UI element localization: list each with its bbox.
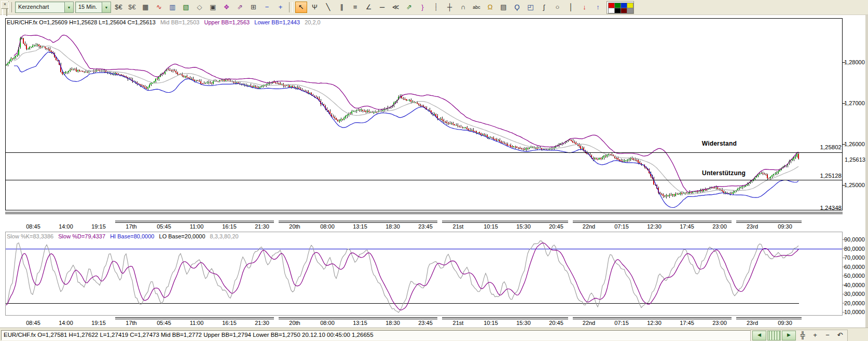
- crosshair-tool[interactable]: ┼: [444, 2, 456, 13]
- time-axis-label: 16:15: [222, 223, 237, 230]
- time-axis-label-2: 14:00: [59, 320, 73, 326]
- time-axis-label-2: 17th: [126, 320, 136, 326]
- vertical-line-tool[interactable]: │: [565, 2, 577, 13]
- time-axis-label-2: 16:15: [222, 320, 237, 326]
- arrow-up-tool[interactable]: ↑: [592, 2, 604, 13]
- palette-swatch-7[interactable]: [627, 8, 633, 13]
- scroll-left-button[interactable]: ◀: [752, 331, 766, 340]
- scroll-thumb[interactable]: [767, 331, 781, 340]
- pan-hand-tool[interactable]: Ψ: [309, 2, 321, 13]
- time-axis-label: 08:00: [320, 223, 335, 230]
- resistance-level-label: 1,25802: [810, 144, 842, 150]
- alert-tool[interactable]: Ω: [484, 2, 496, 13]
- arc-tool[interactable]: ∩: [457, 2, 469, 13]
- price-axis-label: 1,27000: [844, 100, 868, 106]
- lower-bb-readout: Lower BB=1,2443: [254, 19, 300, 25]
- stoch-axis-label: 40,0000: [844, 282, 868, 288]
- stoch-lo-readout: LO Base=20,0000: [159, 233, 205, 239]
- price-axis-label: 1,28000: [844, 59, 868, 65]
- chevron-down-icon[interactable]: ▼: [64, 2, 73, 12]
- stoch-axis-label: 50,0000: [844, 273, 868, 279]
- price-marker-down-icon[interactable]: $€: [113, 2, 125, 13]
- zoom-in-button[interactable]: +: [809, 331, 821, 340]
- grid-properties-icon[interactable]: ▦: [140, 2, 151, 13]
- stoch-params: 8,3,3,80,20: [210, 233, 239, 239]
- eraser-icon[interactable]: ◇: [194, 2, 205, 13]
- time-axis-label: 22nd: [583, 223, 595, 230]
- time-axis-label: 17th: [126, 223, 136, 230]
- chart-type-value: Kerzenchart: [16, 2, 64, 12]
- text-tool[interactable]: abc: [471, 2, 483, 13]
- stoch-axis-label: 60,0000: [844, 264, 868, 270]
- monitor-chart-icon[interactable]: ⊞: [247, 2, 259, 13]
- zoom-in-tool[interactable]: Ϙ: [511, 2, 523, 13]
- vertical-grid-tool[interactable]: ┊: [430, 2, 442, 13]
- fibonacci-retracement-tool[interactable]: }: [417, 2, 429, 13]
- stoch-axis-label: 20,0000: [844, 300, 868, 306]
- color-palette[interactable]: [607, 1, 634, 14]
- zoom-area-tool[interactable]: ◰: [525, 2, 536, 13]
- support-level-label: 1,25128: [810, 173, 842, 179]
- stoch-axis-label: 70,0000: [844, 254, 868, 261]
- horizontal-line-tool[interactable]: ─: [376, 2, 388, 13]
- stoch-axis-label: 30,0000: [844, 291, 868, 297]
- arrow-down-tool[interactable]: ↓: [578, 2, 590, 13]
- freehand-tool[interactable]: ʃ: [538, 2, 550, 13]
- chart-image-icon[interactable]: ▧: [180, 2, 192, 13]
- close-icon[interactable]: ×: [1, 1, 9, 9]
- chart-window-icon[interactable]: ▥: [167, 2, 178, 13]
- fan-lines-tool[interactable]: ∠: [363, 2, 375, 13]
- price-marker-up-icon[interactable]: $€: [126, 2, 138, 13]
- stochastic-header: Slow %K=83,3386 Slow %D=79,4337 HI Base=…: [7, 233, 242, 239]
- indicator-zigzag-icon[interactable]: ∿: [153, 2, 165, 13]
- stoch-axis-label: 90,0000: [844, 236, 868, 243]
- lower-level-label: 1,24348: [810, 205, 842, 211]
- time-axis-label-2: 13:15: [353, 320, 367, 326]
- time-axis-label-2: 09:30: [778, 320, 792, 326]
- time-axis-label: 21st: [453, 223, 464, 230]
- chevron-down-icon[interactable]: ▼: [102, 2, 111, 12]
- time-axis-label: 18:30: [385, 223, 400, 230]
- horizontal-grid-tool[interactable]: ≡: [349, 2, 361, 13]
- time-axis-label-2: 22nd: [583, 320, 595, 326]
- annotation-support[interactable]: Unterstützung: [702, 169, 746, 177]
- color-properties-icon[interactable]: ❖: [221, 2, 232, 13]
- zoom-out-button[interactable]: −: [822, 331, 833, 340]
- calculator-tool[interactable]: ▤: [498, 2, 509, 13]
- undo-button[interactable]: ↶: [834, 331, 846, 340]
- time-axis-label: 23:45: [418, 223, 433, 230]
- parallel-channel-tool[interactable]: ∥: [336, 2, 348, 13]
- cursor-tool[interactable]: ↖: [295, 2, 307, 13]
- time-axis-label: 17:45: [680, 223, 694, 230]
- time-axis-label-2: 20:45: [549, 320, 563, 326]
- pan-mode-button[interactable]: ╬: [797, 331, 808, 340]
- status-readout: EUR/CHF.fx O=1,27581 H=1,27622 L=1,27419…: [1, 330, 752, 340]
- status-bar: EUR/CHF.fx O=1,27581 H=1,27622 L=1,27419…: [0, 328, 868, 341]
- chart-type-select[interactable]: Kerzenchart ▼: [15, 2, 74, 13]
- time-axis-label: 23rd: [747, 223, 758, 230]
- time-axis-label-2: 08:00: [320, 320, 335, 326]
- ellipse-tool[interactable]: ○: [552, 2, 563, 13]
- zoom-out-icon[interactable]: −: [261, 2, 273, 13]
- pointer-chart-icon[interactable]: ⇗: [234, 2, 246, 13]
- stoch-hi-readout: HI Base=80,0000: [110, 233, 154, 239]
- time-axis-label: 09:30: [778, 223, 792, 230]
- toolbar-grip-handle[interactable]: [8, 2, 12, 12]
- time-axis-label: 19:15: [91, 223, 106, 230]
- annotation-resistance[interactable]: Widerstand: [702, 140, 737, 147]
- upper-bb-readout: Upper BB=1,2563: [204, 19, 250, 25]
- scroll-right-button[interactable]: ▶: [782, 331, 796, 340]
- time-axis-label: 10:15: [484, 223, 498, 230]
- trendline-tool[interactable]: ╲: [322, 2, 334, 13]
- bb-params: 20,2,0: [305, 19, 321, 25]
- time-axis-label-2: 17:45: [680, 320, 694, 326]
- toolbar-separator: [289, 2, 293, 12]
- gann-fan-tool[interactable]: ≪: [390, 2, 402, 13]
- current-price-tag: 1,25613: [844, 157, 866, 163]
- window-grip-handle[interactable]: [2, 9, 7, 16]
- time-axis-label-2: 18:30: [385, 320, 400, 326]
- zoom-in-icon[interactable]: +: [274, 2, 286, 13]
- printer-icon[interactable]: ▣: [207, 2, 219, 13]
- arrow-marker-tool[interactable]: ⇗: [403, 2, 415, 13]
- timeframe-select[interactable]: 15 Min. ▼: [75, 2, 111, 13]
